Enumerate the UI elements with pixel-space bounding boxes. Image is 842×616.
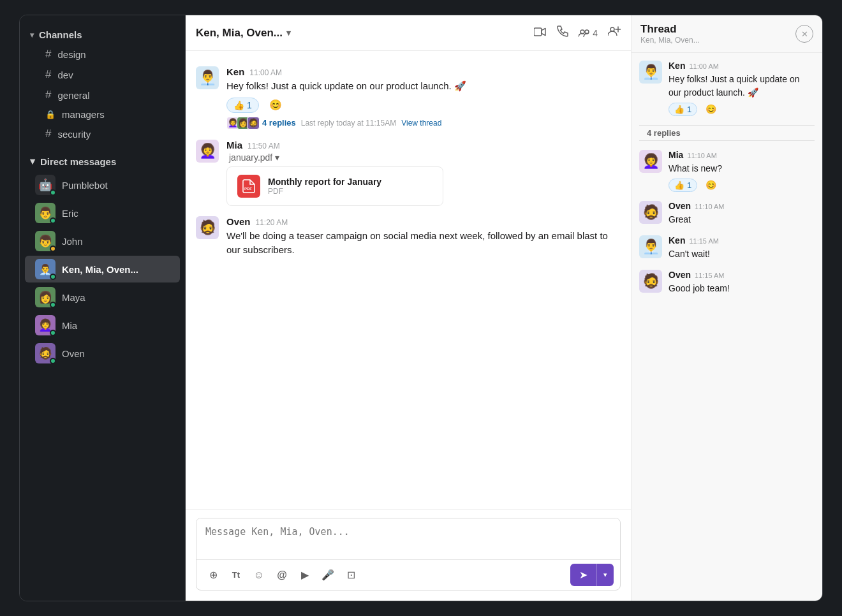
thread-original-msg: 👨‍💼 Ken 11:00 AM Hey folks! Just a quick… (639, 61, 815, 116)
thread-header: Thread Ken, Mia, Oven... ✕ (632, 15, 822, 53)
send-dropdown-chevron-icon: ▾ (603, 571, 607, 579)
file-name-row[interactable]: january.pdf ▾ (229, 152, 621, 163)
msg-header-mia: Mia 11:50 AM (226, 140, 621, 150)
thread-title: Thread (640, 23, 700, 36)
sidebar-item-label: dev (57, 70, 73, 80)
sidebar-item-managers[interactable]: 🔒 managers (25, 106, 180, 123)
dm-name-oven: Oven (62, 348, 85, 359)
hash-icon-general: # (45, 89, 51, 101)
sidebar-item-design[interactable]: # design (25, 45, 180, 64)
emoji-icon[interactable]: ☺ (249, 565, 269, 585)
dm-name-mia: Mia (62, 320, 77, 331)
thread-msg-text-oven1: Great (668, 213, 815, 226)
chat-input-area: ⊕ Tt ☺ @ ▶ 🎤 ⊡ ➤ ▾ (186, 510, 631, 601)
msg-content-mia: Mia 11:50 AM january.pdf ▾ PDF Monthly r… (226, 140, 621, 206)
thread-msg-content-mia: Mia 11:10 AM What is new? 👍 1 😊 (668, 150, 815, 192)
dm-name-maya: Maya (62, 292, 85, 303)
thread-close-button[interactable]: ✕ (795, 25, 813, 43)
message-group-mia: 👩‍🦱 Mia 11:50 AM january.pdf ▾ PDF (196, 135, 621, 211)
app-container: ▾ Channels # design # dev # general 🔒 ma… (19, 15, 823, 601)
sidebar-dm-pumblebot[interactable]: 🤖 Pumblebot (25, 172, 180, 198)
thread-reactions-mia: 👍 1 😊 (668, 175, 815, 192)
msg-name-ken: Ken (226, 66, 244, 77)
thread-avatar-ken: 👨‍💼 (639, 235, 662, 258)
msg-reactions-ken: 👍 1 😊 (226, 94, 621, 113)
sidebar-dm-maya[interactable]: 👩 Maya (25, 284, 180, 311)
file-name: january.pdf (229, 152, 272, 163)
avatar-wrap-eric: 👨 (35, 203, 55, 223)
status-dot-pumblebot (50, 189, 56, 196)
thread-msg-time-ken: 11:15 AM (689, 237, 718, 245)
close-icon: ✕ (801, 29, 808, 39)
sidebar-dm-john[interactable]: 👦 John (25, 228, 180, 254)
dm-name-eric: Eric (62, 208, 78, 219)
msg-avatar-oven: 🧔 (196, 216, 219, 239)
sidebar-dm-oven[interactable]: 🧔 Oven (25, 340, 180, 367)
send-button[interactable]: ➤ ▾ (570, 564, 614, 586)
status-dot-group (50, 274, 56, 280)
status-dot-oven (50, 358, 56, 364)
header-icons: 4 (534, 26, 621, 40)
view-thread-link[interactable]: View thread (401, 119, 441, 128)
msg-header-oven: Oven 11:20 AM (226, 216, 621, 227)
thread-avatar-oven1: 🧔 (639, 201, 662, 224)
dm-name-john: John (62, 236, 83, 247)
file-info: Monthly report for January PDF (268, 177, 381, 196)
format-icon[interactable]: Tt (226, 565, 246, 585)
message-group-ken: 👨‍💼 Ken 11:00 AM Hey folks! Just a quick… (196, 61, 621, 135)
send-dropdown-button[interactable]: ▾ (597, 566, 614, 584)
mention-icon[interactable]: @ (272, 565, 292, 585)
thread-reaction-count-orig: 1 (687, 105, 691, 114)
msg-avatar-ken: 👨‍💼 (196, 66, 219, 89)
avatar-wrap-maya: 👩 (35, 287, 55, 307)
add-reaction-button-ken[interactable]: 😊 (265, 97, 286, 113)
gif-icon[interactable]: ▶ (295, 565, 315, 585)
avatar-wrap-group: 👨‍💼 (35, 259, 55, 279)
thread-messages: 👨‍💼 Ken 11:00 AM Hey folks! Just a quick… (632, 53, 822, 601)
sidebar: ▾ Channels # design # dev # general 🔒 ma… (20, 15, 186, 601)
add-member-icon[interactable] (608, 26, 621, 40)
msg-avatar-mia: 👩‍🦱 (196, 140, 219, 163)
message-input[interactable] (196, 518, 620, 557)
phone-icon[interactable] (557, 26, 568, 40)
mic-icon[interactable]: 🎤 (318, 565, 338, 585)
video-icon[interactable] (534, 27, 547, 40)
thread-avatar-ken-orig: 👨‍💼 (639, 61, 662, 84)
sidebar-dm-eric[interactable]: 👨 Eric (25, 200, 180, 226)
status-dot-mia (50, 330, 56, 336)
sidebar-item-general[interactable]: # general (25, 85, 180, 105)
msg-time-oven: 11:20 AM (256, 218, 288, 227)
svg-point-3 (610, 27, 614, 31)
thread-add-reaction-orig[interactable]: 😊 (703, 103, 719, 115)
thread-msg-time-oven2: 11:15 AM (695, 272, 724, 279)
thread-msg-text-oven2: Good job team! (668, 282, 815, 295)
send-icon: ➤ (579, 569, 587, 581)
thread-msg-text-orig: Hey folks! Just a quick update on our pr… (668, 73, 815, 99)
hash-icon-dev: # (45, 68, 51, 81)
sidebar-item-security[interactable]: # security (25, 124, 180, 143)
sidebar-item-dev[interactable]: # dev (25, 65, 180, 84)
header-members[interactable]: 4 (579, 28, 598, 38)
msg-name-mia: Mia (226, 140, 242, 150)
thread-msg-header-mia: Mia 11:10 AM (668, 150, 815, 160)
thread-reaction-thumbs-mia[interactable]: 👍 1 (668, 179, 697, 192)
thread-add-reaction-mia[interactable]: 😊 (703, 179, 719, 191)
sidebar-dm-group[interactable]: 👨‍💼 Ken, Mia, Oven... (25, 256, 180, 282)
thread-msg-time-oven1: 11:10 AM (695, 203, 724, 210)
dm-section-header[interactable]: ▾ Direct messages (20, 149, 185, 171)
reply-count[interactable]: 4 replies (262, 118, 296, 128)
file-attachment[interactable]: PDF Monthly report for January PDF (226, 166, 443, 206)
thread-msg-name-orig: Ken (668, 61, 685, 71)
chat-title[interactable]: Ken, Mia, Oven... ▾ (196, 27, 291, 40)
send-main[interactable]: ➤ (570, 564, 596, 586)
dm-chevron-icon: ▾ (30, 156, 35, 167)
thread-msg-name-ken: Ken (668, 235, 685, 246)
thread-reaction-thumbs-orig[interactable]: 👍 1 (668, 103, 697, 116)
add-icon[interactable]: ⊕ (203, 565, 223, 585)
compose-icon[interactable]: ⊡ (341, 565, 361, 585)
channels-section-header[interactable]: ▾ Channels (20, 26, 185, 44)
sidebar-dm-mia[interactable]: 👩‍🦱 Mia (25, 312, 180, 339)
sidebar-item-label: general (57, 90, 89, 101)
thread-msg-name-oven1: Oven (668, 201, 691, 211)
reaction-thumbs-up[interactable]: 👍 1 (226, 98, 259, 113)
